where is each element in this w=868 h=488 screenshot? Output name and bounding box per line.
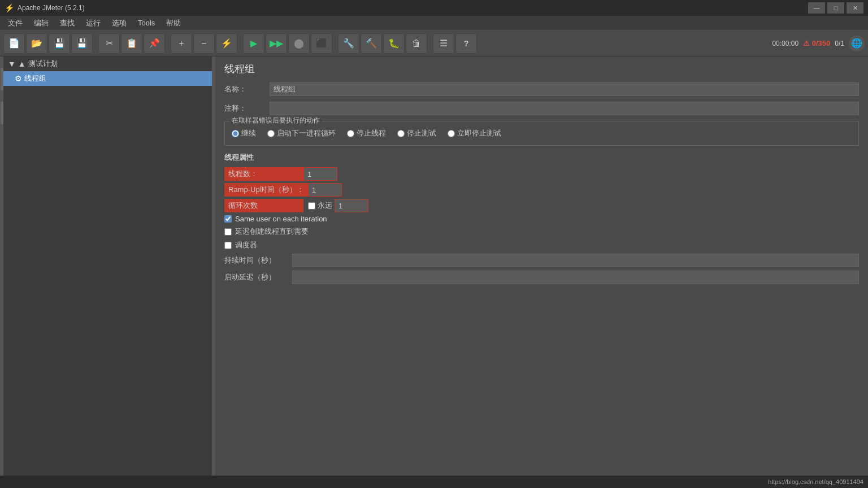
stop-button[interactable]: ⬤: [288, 33, 310, 54]
duration-row: 持续时间（秒）: [224, 254, 859, 267]
run-fraction: 0/1: [835, 40, 844, 47]
loop-count-input[interactable]: [335, 199, 368, 212]
content-area: 线程组 名称： 注释： 在取样器错误后要执行的动作 继续 启动下一进程循环: [215, 56, 868, 476]
sidebar-item-thread-group[interactable]: ⚙ 线程组: [3, 71, 212, 86]
test-plan-label: 测试计划: [28, 59, 58, 69]
start-delay-input[interactable]: [292, 271, 859, 284]
same-user-row: Same user on each iteration: [224, 215, 859, 223]
sidebar: ▼ ▲ 测试计划 ⚙ 线程组: [3, 56, 212, 476]
ramp-up-input[interactable]: [308, 183, 342, 197]
window-title: Apache JMeter (5.2.1): [18, 4, 808, 12]
comment-input[interactable]: [270, 102, 859, 115]
duration-input[interactable]: [292, 254, 859, 267]
test-plan-icon: ▲: [18, 59, 26, 68]
loop-count-label: 循环次数: [224, 199, 303, 212]
loop-count-row: 循环次数 永远: [224, 199, 859, 212]
sidebar-item-test-plan[interactable]: ▼ ▲ 测试计划: [3, 56, 212, 71]
radio-stop-test[interactable]: 停止测试: [397, 128, 436, 138]
forever-checkbox-label[interactable]: 永远: [308, 201, 332, 211]
warning-indicator: ⚠ 0/350: [803, 39, 830, 47]
close-button[interactable]: ✕: [847, 2, 863, 14]
scheduler-label: 调度器: [235, 240, 257, 250]
menu-run[interactable]: 运行: [80, 16, 106, 30]
same-user-checkbox[interactable]: [224, 215, 232, 223]
ramp-up-label: Ramp-Up时间（秒）：: [224, 183, 308, 197]
radio-group: 继续 启动下一进程循环 停止线程 停止测试 立即停止测试: [232, 126, 852, 138]
name-row: 名称：: [224, 82, 859, 96]
stop-now-button[interactable]: ⬛: [311, 33, 332, 54]
cut-button[interactable]: ✂: [98, 33, 120, 54]
status-url: https://blog.csdn.net/qq_40911404: [768, 478, 863, 485]
thread-group-label: 线程组: [24, 73, 46, 84]
delay-thread-label: 延迟创建线程直到需要: [235, 226, 309, 237]
remote-run-button[interactable]: 🔧: [338, 33, 359, 54]
same-user-label: Same user on each iteration: [235, 215, 327, 223]
error-action-group: 在取样器错误后要执行的动作 继续 启动下一进程循环 停止线程 停止测试: [224, 121, 859, 146]
strip-handle-1: [1, 68, 3, 90]
menu-search[interactable]: 查找: [54, 16, 80, 30]
ramp-up-row: Ramp-Up时间（秒）：: [224, 183, 859, 197]
forever-checkbox[interactable]: [308, 202, 315, 210]
app-icon: ⚡: [5, 3, 14, 12]
status-bar: https://blog.csdn.net/qq_40911404: [0, 476, 868, 488]
add-button[interactable]: +: [171, 33, 192, 54]
clear-button[interactable]: ⚡: [216, 33, 237, 54]
remote-clear-button[interactable]: 🐛: [383, 33, 405, 54]
start-delay-row: 启动延迟（秒）: [224, 271, 859, 284]
minimize-button[interactable]: —: [808, 2, 825, 14]
copy-button[interactable]: 📋: [121, 33, 142, 54]
error-action-legend: 在取样器错误后要执行的动作: [229, 116, 322, 125]
name-input[interactable]: [270, 82, 859, 96]
radio-stop-thread[interactable]: 停止线程: [347, 128, 386, 138]
menu-bar: 文件 编辑 查找 运行 选项 Tools 帮助: [0, 16, 868, 30]
paste-button[interactable]: 📌: [144, 33, 165, 54]
remove-button[interactable]: −: [193, 33, 215, 54]
thread-count-input[interactable]: [303, 167, 337, 181]
new-button[interactable]: 📄: [3, 33, 25, 54]
comment-row: 注释：: [224, 102, 859, 115]
menu-file[interactable]: 文件: [2, 16, 28, 30]
window-controls: — □ ✕: [808, 2, 863, 14]
name-label: 名称：: [224, 84, 270, 94]
open-button[interactable]: 📂: [26, 33, 47, 54]
menu-tools[interactable]: Tools: [132, 17, 160, 29]
maximize-button[interactable]: □: [827, 2, 844, 14]
radio-next-loop[interactable]: 启动下一进程循环: [267, 128, 336, 138]
thread-props-title: 线程属性: [224, 152, 859, 163]
title-bar: ⚡ Apache JMeter (5.2.1) — □ ✕: [0, 0, 868, 16]
save-button[interactable]: 💾: [49, 33, 70, 54]
scheduler-checkbox[interactable]: [224, 242, 232, 249]
run-button[interactable]: ▶: [243, 33, 264, 54]
elapsed-time: 00:00:00: [772, 40, 798, 47]
delay-thread-checkbox[interactable]: [224, 228, 232, 236]
remote-stop-button[interactable]: 🔨: [361, 33, 382, 54]
strip-handle-2: [1, 102, 3, 124]
save-as-button[interactable]: 💾: [71, 33, 93, 54]
run-no-pause-button[interactable]: ▶▶: [266, 33, 287, 54]
menu-edit[interactable]: 编辑: [28, 16, 54, 30]
duration-label: 持续时间（秒）: [224, 255, 292, 265]
page-title: 线程组: [224, 62, 859, 76]
scheduler-row: 调度器: [224, 240, 859, 250]
collapse-icon: ▼: [8, 59, 16, 68]
thread-count-row: 线程数：: [224, 167, 859, 181]
radio-continue[interactable]: 继续: [232, 128, 256, 138]
clear-all-button[interactable]: 🗑: [406, 33, 427, 54]
main-layout: ▼ ▲ 测试计划 ⚙ 线程组 线程组 名称： 注释： 在取样器错误后要执行的动作: [0, 56, 868, 476]
list-button[interactable]: ☰: [433, 33, 454, 54]
start-delay-label: 启动延迟（秒）: [224, 272, 292, 282]
status-area: 00:00:00 ⚠ 0/350 0/1 🌐: [772, 36, 865, 51]
radio-stop-now[interactable]: 立即停止测试: [448, 128, 501, 138]
delay-thread-row: 延迟创建线程直到需要: [224, 226, 859, 237]
globe-icon: 🌐: [849, 36, 865, 51]
toolbar: 📄 📂 💾 💾 ✂ 📋 📌 + − ⚡ ▶ ▶▶ ⬤ ⬛ 🔧 🔨 🐛 🗑 ☰ ?…: [0, 30, 868, 56]
comment-label: 注释：: [224, 103, 270, 114]
thread-count-label: 线程数：: [224, 167, 303, 181]
thread-group-icon: ⚙: [15, 74, 22, 83]
menu-options[interactable]: 选项: [106, 16, 132, 30]
menu-help[interactable]: 帮助: [160, 16, 186, 30]
help-button[interactable]: ?: [455, 33, 477, 54]
